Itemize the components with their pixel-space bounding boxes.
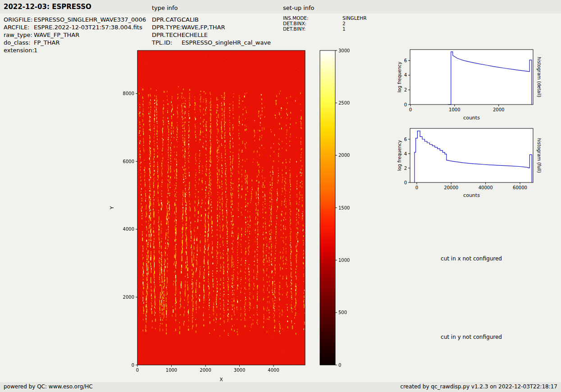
colorbar-tick-label: 2500 — [338, 100, 350, 105]
field-label: ARCFILE: — [4, 23, 34, 31]
hist-full-ylabel: log frequency — [397, 140, 402, 171]
hist-full-ytick-label: 4 — [404, 151, 407, 156]
field-value: 2 — [342, 21, 346, 26]
histogram-full-plot: 02000040000600000246countslog frequencyh… — [383, 122, 561, 201]
hist-detail-xtick-label: 1000 — [449, 107, 460, 112]
colorbar-frame — [320, 50, 335, 365]
main-ylabel: Y — [109, 206, 115, 210]
field-value: FP_THAR — [34, 39, 59, 46]
setup-info-row: INS.MODE:SINGLEHR — [283, 15, 366, 21]
main-xtick-label: 4000 — [268, 368, 279, 373]
cut-y-message: cut in y not configured — [441, 334, 502, 340]
hist-detail-ytick-label: 0 — [404, 102, 407, 107]
qc-report-page: 2022-12-03: ESPRESSO type info set-up in… — [0, 0, 561, 392]
main-ytick-label: 8000 — [123, 91, 134, 96]
hist-full-xtick-label: 40000 — [479, 185, 493, 190]
field-label: INS.MODE: — [283, 15, 342, 21]
hist-detail-xtick-label: 0 — [409, 107, 412, 112]
field-label: raw_type: — [4, 31, 34, 39]
type-info-table: DPR.CATG:CALIB DPR.TYPE:WAVE,FP,THAR DPR… — [152, 16, 271, 46]
hist-detail-right-label: histogram (detail) — [537, 57, 542, 97]
main-ytick-label: 6000 — [123, 159, 134, 164]
field-label: DPR.TYPE: — [152, 23, 182, 31]
type-info-heading: type info — [152, 5, 178, 11]
field-value: 1 — [342, 26, 346, 32]
hist-full-xtick-label: 20000 — [444, 185, 458, 190]
setup-info-table: INS.MODE:SINGLEHR DET.BINX:2 DET.BINY:1 — [283, 15, 366, 32]
main-ytick-label: 4000 — [123, 227, 134, 232]
cut-x-message: cut in x not configured — [441, 255, 502, 262]
hist-full-ytick-label: 2 — [404, 166, 407, 171]
main-xtick-label: 1000 — [166, 368, 177, 373]
main-xlabel: X — [219, 377, 223, 383]
field-label: ORIGFILE: — [4, 16, 34, 23]
colorbar-tick-label: 0 — [338, 363, 341, 368]
colorbar-tick-label: 3000 — [338, 48, 350, 53]
page-title: 2022-12-03: ESPRESSO — [4, 3, 91, 11]
main-ytick-label: 2000 — [123, 295, 134, 300]
footer-left-text: powered by QC: www.eso.org/HC — [4, 383, 93, 390]
colorbar-tick-label: 1000 — [338, 258, 350, 263]
main-frame — [137, 50, 305, 365]
field-label: DPR.CATG: — [152, 16, 182, 23]
setup-info-heading: set-up info — [283, 5, 315, 11]
field-label: DPR.TECH: — [152, 31, 182, 39]
type-info-row: DPR.TECH:ECHELLE — [152, 31, 271, 39]
hist-full-xlabel: counts — [463, 192, 480, 198]
setup-info-row: DET.BINX:2 — [283, 21, 366, 26]
field-label: DET.BINX: — [283, 21, 342, 26]
field-value: CALIB — [182, 16, 199, 23]
main-xtick-label: 0 — [136, 368, 139, 373]
field-value: SINGLEHR — [342, 15, 366, 21]
field-value: ESPRE.2022-12-03T21:57:38.004.fits — [34, 24, 142, 31]
main-ytick-label: 0 — [132, 363, 134, 368]
hist-full-right-label: histogram (full) — [537, 138, 542, 173]
hist-detail-ytick-label: 6 — [404, 58, 407, 63]
colorbar-tick-label: 500 — [338, 310, 347, 315]
hist-detail-bg — [410, 50, 533, 105]
main-plot-axes: 0100020003000400002000400060008000XY0500… — [108, 45, 360, 385]
field-label: DET.BINY: — [283, 26, 342, 32]
type-info-row: DPR.TYPE:WAVE,FP,THAR — [152, 23, 271, 31]
colorbar-tick-label: 2000 — [338, 153, 350, 158]
main-xtick-label: 3000 — [234, 368, 245, 373]
hist-detail-ylabel: log frequency — [397, 62, 402, 93]
hist-full-xtick-label: 60000 — [513, 185, 527, 190]
field-value: ESPRESSO_SINGLEHR_WAVE337_0006 — [34, 16, 146, 23]
main-xtick-label: 2000 — [200, 368, 211, 373]
hist-detail-xlabel: counts — [463, 115, 480, 121]
hist-full-ytick-label: 6 — [404, 137, 407, 142]
field-label: extension: — [4, 46, 34, 54]
setup-info-row: DET.BINY:1 — [283, 26, 366, 32]
file-info-row: raw_type:WAVE_FP_THAR — [4, 31, 146, 39]
hist-full-ytick-label: 0 — [404, 180, 407, 185]
file-info-row: ORIGFILE:ESPRESSO_SINGLEHR_WAVE337_0006 — [4, 16, 146, 23]
hist-full-bg — [410, 128, 533, 182]
hist-detail-ytick-label: 4 — [404, 73, 407, 77]
hist-full-xtick-label: 0 — [415, 185, 418, 190]
field-value: ECHELLE — [182, 32, 208, 38]
field-value: 1 — [34, 47, 37, 54]
hist-detail-ytick-label: 2 — [404, 87, 407, 92]
field-value: WAVE,FP,THAR — [182, 24, 225, 31]
field-value: WAVE_FP_THAR — [34, 32, 79, 38]
histogram-detail-plot: 0100020000246countslog frequencyhistogra… — [383, 43, 561, 124]
colorbar-tick-label: 1500 — [338, 205, 350, 210]
type-info-row: DPR.CATG:CALIB — [152, 16, 271, 23]
hist-detail-xtick-label: 2000 — [493, 107, 504, 112]
footer-right-text: created by qc_rawdisp.py v1.2.3 on 2022-… — [400, 383, 557, 390]
file-info-row: ARCFILE:ESPRE.2022-12-03T21:57:38.004.fi… — [4, 23, 146, 31]
field-label: do_class: — [4, 39, 34, 46]
